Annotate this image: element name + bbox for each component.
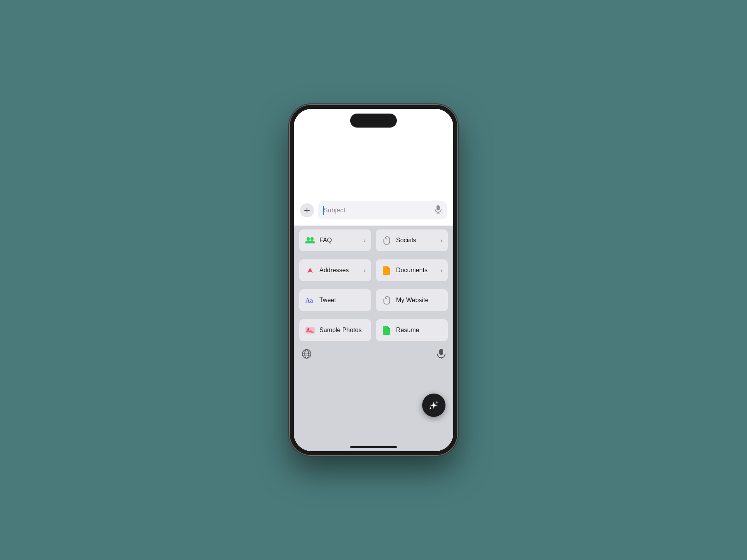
addresses-label: Addresses [319,267,360,274]
my-website-label: My Website [396,297,442,304]
my-website-button[interactable]: My Website [376,289,448,311]
svg-text:Aa: Aa [305,297,313,304]
tweet-label: Tweet [319,297,366,304]
mic-icon-subject[interactable] [435,205,442,215]
socials-label: Socials [396,237,437,244]
documents-label: Documents [396,267,437,274]
svg-marker-7 [307,268,313,273]
sparkle-icon [428,400,439,411]
svg-point-10 [307,328,309,330]
globe-icon[interactable] [302,349,312,361]
shortcut-row-2: Addresses › Documents › [294,256,453,285]
shortcut-row-1: FAQ › Socials › [294,226,453,255]
documents-button[interactable]: Documents › [376,259,448,281]
plus-icon [304,207,310,214]
phone-screen: Subject [294,109,453,451]
socials-icon [381,235,392,246]
sparkle-fab-button[interactable] [422,394,445,417]
addresses-button[interactable]: Addresses › [299,259,371,281]
faq-label: FAQ [319,237,360,244]
socials-button[interactable]: Socials › [376,229,448,251]
documents-icon [381,265,392,276]
my-website-icon [381,295,392,306]
documents-chevron: › [440,267,442,273]
home-indicator [350,446,397,448]
faq-icon [305,235,316,246]
addresses-icon [305,265,316,276]
subject-placeholder: Subject [323,206,345,214]
socials-chevron: › [440,237,442,243]
resume-icon [381,325,392,336]
resume-button[interactable]: Resume [376,319,448,341]
keyboard-bottom-bar [294,345,453,366]
svg-point-5 [307,237,310,240]
tweet-button[interactable]: Aa Tweet [299,289,371,311]
phone-frame: Subject [290,105,457,455]
add-attachment-button[interactable] [300,203,314,217]
keyboard-area: FAQ › Socials › [294,226,453,451]
faq-button[interactable]: FAQ › [299,229,371,251]
sample-photos-label: Sample Photos [319,327,366,334]
faq-chevron: › [364,237,366,243]
shortcut-row-3: Aa Tweet My Website [294,285,453,315]
svg-rect-16 [439,349,443,355]
resume-label: Resume [396,327,442,334]
sample-photos-icon [305,325,316,336]
dynamic-island [350,114,397,128]
svg-rect-2 [437,205,440,210]
subject-input[interactable]: Subject [318,201,447,219]
mic-icon-bottom[interactable] [437,348,445,362]
addresses-chevron: › [364,267,366,273]
sample-photos-button[interactable]: Sample Photos [299,319,371,341]
subject-row: Subject [294,201,453,222]
tweet-icon: Aa [305,295,316,306]
svg-point-6 [310,237,314,240]
shortcut-row-4: Sample Photos Resume [294,315,453,345]
